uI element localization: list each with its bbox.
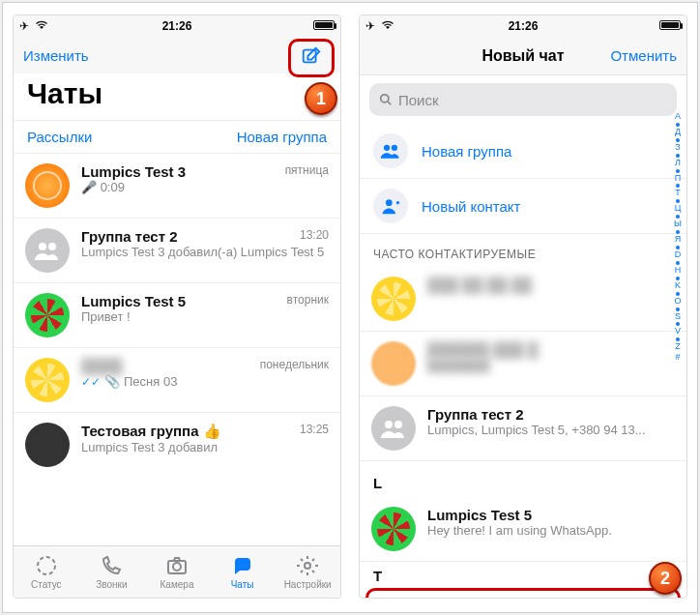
index-letter[interactable]: А <box>675 112 681 122</box>
avatar <box>371 507 416 551</box>
contact-row[interactable]: Группа тест 2 Lumpics, Lumpics Test 5, +… <box>360 396 686 461</box>
attachment-icon: 📎 <box>104 374 120 389</box>
contact-row-highlighted[interactable]: Lumpics Test 3 Hey there! I am using Wha… <box>365 588 681 599</box>
contact-row[interactable]: ███ ██ ██ ██ <box>360 267 686 332</box>
section-l: L <box>360 461 686 497</box>
index-letter[interactable]: # <box>675 353 680 363</box>
index-letter[interactable]: D <box>675 250 682 260</box>
wifi-icon <box>35 19 48 33</box>
index-letter[interactable]: O <box>674 297 681 307</box>
alpha-index[interactable]: АДЗЛПТЦЫЯDHKOSVZ# <box>671 112 685 588</box>
tab-bar: Статус Звонки Камера Чаты Настройки <box>14 545 340 598</box>
index-letter[interactable] <box>676 308 680 311</box>
chat-time: 13:20 <box>300 228 329 242</box>
contact-sub: Lumpics, Lumpics Test 5, +380 94 13... <box>427 423 675 438</box>
add-contact-icon <box>373 189 408 223</box>
contact-name: ██████ ███ █ <box>427 341 675 358</box>
index-letter[interactable]: Ц <box>675 204 682 214</box>
contact-name: Lumpics Test 5 <box>427 507 675 523</box>
index-letter[interactable]: K <box>675 281 681 291</box>
chat-row[interactable]: Группа тест 2 Lumpics Test 3 добавил(-а)… <box>14 219 340 283</box>
svg-point-1 <box>39 243 46 250</box>
cancel-button[interactable]: Отменить <box>610 47 677 64</box>
battery-icon <box>313 20 335 30</box>
phone-new-chat: ✈︎ 21:26 Новый чат Отменить Поиск Новая … <box>359 15 687 599</box>
clock: 21:26 <box>162 19 192 33</box>
index-letter[interactable]: Д <box>675 128 681 137</box>
contact-name: ███ ██ ██ ██ <box>427 277 675 293</box>
avatar <box>371 277 416 321</box>
index-letter[interactable] <box>676 169 680 173</box>
svg-point-5 <box>173 563 181 571</box>
index-letter[interactable]: Л <box>675 159 681 168</box>
chat-time: 13:25 <box>300 423 329 436</box>
contact-row[interactable]: ██████ ███ █ ███████ <box>360 332 686 396</box>
edit-button[interactable]: Изменить <box>23 47 89 64</box>
chat-sub: Lumpics Test 3 добавил(-а) Lumpics Test … <box>81 245 329 260</box>
chat-row[interactable]: Тестовая группа 👍 Lumpics Test 3 добавил… <box>14 413 340 477</box>
index-letter[interactable]: S <box>675 312 681 322</box>
avatar <box>25 293 70 337</box>
svg-point-6 <box>305 563 310 569</box>
svg-point-8 <box>384 145 390 151</box>
compose-icon[interactable] <box>301 45 322 71</box>
index-letter[interactable]: З <box>675 143 680 153</box>
annotation-badge-1: 1 <box>305 82 337 115</box>
read-checks-icon: ✓✓ <box>81 375 101 389</box>
chat-time: пятница <box>285 163 329 177</box>
wifi-icon <box>381 19 394 33</box>
index-letter[interactable]: Z <box>675 342 681 352</box>
search-input[interactable]: Поиск <box>369 83 677 116</box>
section-t: T <box>360 562 686 586</box>
new-group-row[interactable]: Новая группа <box>360 124 686 179</box>
svg-point-9 <box>392 145 397 151</box>
index-letter[interactable]: H <box>675 266 682 276</box>
contact-row[interactable]: Lumpics Test 5 Hey there! I am using Wha… <box>360 497 686 562</box>
index-letter[interactable]: Т <box>675 189 681 198</box>
clock: 21:26 <box>509 19 539 33</box>
group-icon <box>373 133 408 168</box>
index-letter[interactable]: V <box>675 327 681 337</box>
chat-name: Группа тест 2 <box>81 228 329 245</box>
tab-status[interactable]: Статус <box>14 546 79 598</box>
mic-icon: 🎤 <box>81 180 97 194</box>
chat-sub: 0:09 <box>101 180 125 194</box>
new-group-label: Новая группа <box>422 143 511 160</box>
chat-row[interactable]: ████ ✓✓ 📎 Песня 03 понедельник <box>14 348 340 413</box>
svg-point-3 <box>38 557 55 574</box>
chat-list: Lumpics Test 3 🎤 0:09 пятница Группа тес… <box>14 154 340 477</box>
chat-time: понедельник <box>260 358 329 371</box>
chat-row[interactable]: Lumpics Test 5 Привет ! вторник <box>14 283 340 348</box>
tab-calls[interactable]: Звонки <box>79 546 145 598</box>
avatar <box>25 163 70 208</box>
avatar <box>25 423 70 467</box>
search-icon <box>379 93 393 106</box>
svg-point-2 <box>48 243 56 250</box>
top-links: Рассылки Новая группа <box>14 120 340 154</box>
search-placeholder: Поиск <box>398 92 439 108</box>
nav-bar: Новый чат Отменить <box>360 37 686 75</box>
index-letter[interactable]: П <box>675 174 681 184</box>
chat-sub: Песня 03 <box>124 374 177 389</box>
index-letter[interactable]: Ы <box>674 220 682 229</box>
status-bar: ✈︎ 21:26 <box>360 15 686 37</box>
new-group-link[interactable]: Новая группа <box>237 129 327 145</box>
new-contact-label: Новый контакт <box>422 198 520 215</box>
avatar-group-icon <box>25 228 70 273</box>
battery-icon <box>659 20 681 30</box>
compose-button-highlight <box>288 39 335 77</box>
avatar-group-icon <box>371 406 416 451</box>
new-contact-row[interactable]: Новый контакт <box>360 179 686 234</box>
tab-camera[interactable]: Камера <box>144 546 210 598</box>
annotation-badge-2: 2 <box>649 562 682 595</box>
phone-chats: ✈︎ 21:26 Изменить Чаты Рассылки Новая гр… <box>13 15 341 599</box>
tab-settings[interactable]: Настройки <box>275 546 340 598</box>
contact-sub: Hey there! I am using WhatsApp. <box>427 523 675 539</box>
svg-point-10 <box>386 199 393 206</box>
broadcasts-link[interactable]: Рассылки <box>27 129 92 145</box>
svg-point-7 <box>381 95 389 102</box>
chat-row[interactable]: Lumpics Test 3 🎤 0:09 пятница <box>14 154 340 219</box>
index-letter[interactable]: Я <box>675 235 682 245</box>
tab-chats[interactable]: Чаты <box>210 546 276 598</box>
chat-name: Тестовая группа 👍 <box>81 423 329 440</box>
